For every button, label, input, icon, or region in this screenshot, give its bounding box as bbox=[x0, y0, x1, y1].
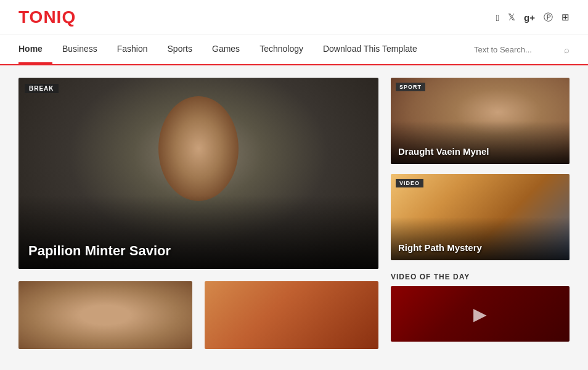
pinterest-icon[interactable]: Ⓟ bbox=[544, 12, 553, 23]
hero-title: Papilion Minter Savior bbox=[28, 243, 171, 259]
hero-image bbox=[18, 78, 378, 269]
logo-text: TONI bbox=[18, 7, 62, 27]
right-column: SPORT Draught Vaein Mynel VIDEO Right Pa… bbox=[391, 78, 570, 349]
header: TONIQ  𝕏 g+ Ⓟ ⊞ bbox=[0, 0, 588, 35]
nav-item-games[interactable]: Games bbox=[202, 35, 250, 64]
social-icons-container:  𝕏 g+ Ⓟ ⊞ bbox=[496, 12, 570, 23]
search-input[interactable] bbox=[474, 43, 560, 57]
video-thumbnail[interactable] bbox=[391, 286, 570, 342]
bottom-card-image-1 bbox=[18, 281, 192, 349]
search-button[interactable]: ⌕ bbox=[564, 44, 570, 55]
bottom-card-1[interactable] bbox=[18, 281, 192, 349]
bottom-card-image-2 bbox=[205, 281, 378, 349]
video-of-day-section: VIDEO OF THE DAY bbox=[391, 273, 570, 342]
instagram-icon[interactable]: ⊞ bbox=[561, 12, 570, 23]
side-badge-2: VIDEO bbox=[396, 179, 423, 187]
hero-badge: BREAK bbox=[25, 84, 59, 93]
nav-item-download-template[interactable]: Download This Template bbox=[313, 35, 427, 64]
side-card-2[interactable]: VIDEO Right Path Mystery bbox=[391, 174, 570, 260]
bottom-card-2[interactable] bbox=[205, 281, 378, 349]
left-column: BREAK Papilion Minter Savior bbox=[18, 78, 378, 349]
side-title-2: Right Path Mystery bbox=[398, 242, 482, 253]
side-badge-1: SPORT bbox=[396, 83, 425, 91]
main-content: BREAK Papilion Minter Savior SPORT Draug… bbox=[0, 65, 588, 361]
nav-item-sports[interactable]: Sports bbox=[158, 35, 202, 64]
video-of-day-label: VIDEO OF THE DAY bbox=[391, 273, 570, 281]
nav-item-business[interactable]: Business bbox=[52, 35, 107, 64]
hero-card[interactable]: BREAK Papilion Minter Savior bbox=[18, 78, 378, 269]
search-area: ⌕ bbox=[474, 43, 570, 57]
side-card-1[interactable]: SPORT Draught Vaein Mynel bbox=[391, 78, 570, 164]
nav-item-fashion[interactable]: Fashion bbox=[107, 35, 158, 64]
nav-item-home[interactable]: Home bbox=[18, 35, 52, 64]
bottom-cards-row bbox=[18, 281, 378, 349]
facebook-icon[interactable]:  bbox=[496, 12, 499, 23]
twitter-icon[interactable]: 𝕏 bbox=[508, 12, 515, 23]
side-title-1: Draught Vaein Mynel bbox=[398, 146, 489, 157]
googleplus-icon[interactable]: g+ bbox=[524, 12, 535, 23]
logo[interactable]: TONIQ bbox=[18, 7, 76, 27]
nav-links: Home Business Fashion Sports Games Techn… bbox=[18, 35, 427, 64]
nav-item-technology[interactable]: Technology bbox=[250, 35, 313, 64]
logo-accent: Q bbox=[62, 7, 76, 27]
navigation: Home Business Fashion Sports Games Techn… bbox=[0, 35, 588, 65]
